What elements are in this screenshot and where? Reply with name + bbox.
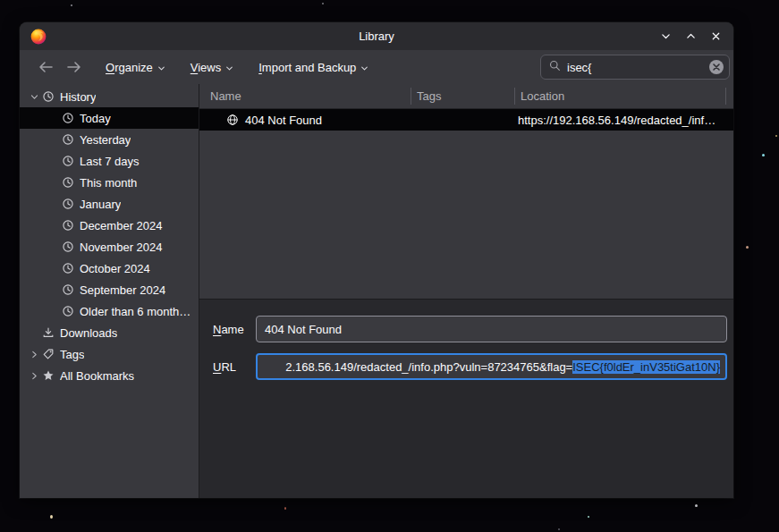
star (322, 3, 324, 4)
clock-icon (61, 112, 75, 124)
sidebar-item-october-2024[interactable]: October 2024 (20, 258, 199, 279)
column-header-location[interactable]: Location (515, 88, 726, 105)
chevron-right-icon[interactable] (27, 350, 41, 359)
column-header-name[interactable]: Name (199, 88, 411, 105)
search-box[interactable]: isec{ (540, 55, 730, 80)
sidebar-item-all-bookmarks[interactable]: All Bookmarks (20, 365, 199, 386)
chevron-right-icon[interactable] (27, 371, 41, 381)
clock-icon (61, 133, 75, 146)
sidebar-item-label: Tags (60, 348, 84, 361)
clear-search-button[interactable] (709, 60, 724, 74)
column-header-stub[interactable] (726, 88, 733, 105)
star (558, 528, 560, 530)
name-field[interactable]: 404 Not Found (256, 316, 727, 342)
library-window: Library OrganizeViewsImport and Backup (20, 22, 733, 498)
sidebar-item-label: Yesterday (80, 133, 131, 147)
url-field-row: URL 2.168.56.149/redacted_/info.php?vuln… (213, 353, 727, 380)
menu-bar: OrganizeViewsImport and Backup (89, 55, 377, 80)
star (695, 504, 698, 507)
sidebar-item-older-than-6-month[interactable]: Older than 6 month… (20, 300, 199, 322)
details-pane: Name 404 Not Found URL 2.168.56.149/reda… (199, 299, 733, 498)
url-field[interactable]: 2.168.56.149/redacted_/info.php?vuln=872… (256, 353, 727, 380)
sidebar-item-label: November 2024 (80, 241, 163, 254)
back-button[interactable] (32, 55, 59, 80)
name-field-label: Name (213, 323, 256, 336)
clock-icon (41, 90, 55, 103)
url-field-value: 2.168.56.149/redacted_/info.php?vuln=872… (285, 360, 572, 374)
sidebar-item-this-month[interactable]: This month (20, 172, 199, 193)
sidebar: HistoryTodayYesterdayLast 7 daysThis mon… (20, 84, 199, 498)
close-button[interactable] (708, 30, 723, 44)
star (762, 154, 765, 156)
menu-views[interactable]: Views (182, 55, 242, 80)
clock-icon (61, 262, 75, 274)
menu-label: Views (191, 61, 221, 74)
list-header: NameTagsLocation (199, 84, 733, 109)
clock-icon (61, 219, 75, 232)
clock-icon (61, 241, 75, 253)
chevron-down-icon[interactable] (27, 92, 41, 102)
search-input[interactable]: isec{ (567, 61, 703, 74)
url-field-selection: ISEC{f0ldEr_inV35tiGat10N} (572, 360, 720, 374)
sidebar-item-label: October 2024 (80, 262, 150, 275)
url-field-label: URL (213, 360, 256, 374)
column-header-tags[interactable]: Tags (411, 88, 515, 105)
content: HistoryTodayYesterdayLast 7 daysThis mon… (20, 84, 733, 498)
sidebar-item-label: September 2024 (80, 283, 165, 297)
sidebar-item-today[interactable]: Today (20, 107, 199, 129)
star-icon (41, 369, 55, 382)
list-row-404-not-found[interactable]: 404 Not Foundhttps://192.168.56.149/reda… (199, 109, 733, 131)
star (284, 507, 286, 510)
sidebar-item-label: History (60, 90, 96, 104)
maximize-button[interactable] (683, 30, 698, 44)
sidebar-item-december-2024[interactable]: December 2024 (20, 215, 199, 236)
minimize-button[interactable] (658, 30, 673, 44)
sidebar-item-label: Downloads (60, 326, 117, 340)
window-controls (658, 30, 723, 44)
menu-label: Import and Backup (258, 61, 356, 74)
star (588, 516, 589, 518)
sidebar-item-label: This month (80, 176, 137, 190)
sidebar-item-downloads[interactable]: Downloads (20, 322, 199, 343)
download-icon (41, 326, 55, 339)
sidebar-item-label: Today (80, 112, 111, 125)
sidebar-item-november-2024[interactable]: November 2024 (20, 236, 199, 258)
sidebar-item-label: All Bookmarks (60, 369, 134, 383)
clock-icon (61, 305, 75, 317)
star (50, 515, 53, 519)
firefox-icon (30, 29, 47, 45)
menu-label: Organize (106, 61, 153, 74)
sidebar-item-yesterday[interactable]: Yesterday (20, 129, 199, 150)
star (775, 135, 777, 137)
menu-organize[interactable]: Organize (97, 55, 174, 80)
name-field-row: Name 404 Not Found (213, 316, 727, 342)
sidebar-item-history[interactable]: History (20, 86, 199, 107)
sidebar-item-label: December 2024 (80, 219, 163, 232)
row-name: 404 Not Found (245, 114, 322, 127)
clock-icon (61, 155, 75, 167)
sidebar-item-september-2024[interactable]: September 2024 (20, 279, 199, 300)
chevron-down-icon (225, 62, 233, 75)
star (746, 246, 749, 249)
row-location: https://192.168.56.149/redacted_/inf… (515, 114, 733, 127)
star (71, 4, 72, 6)
tag-icon (41, 348, 55, 360)
sidebar-item-label: Older than 6 month… (80, 305, 191, 318)
clock-icon (61, 283, 75, 296)
window-title: Library (20, 30, 733, 43)
sidebar-item-tags[interactable]: Tags (20, 343, 199, 365)
sidebar-item-label: Last 7 days (80, 155, 140, 168)
menu-import-and-backup[interactable]: Import and Backup (250, 55, 377, 80)
chevron-down-icon (157, 62, 165, 75)
forward-button[interactable] (61, 55, 88, 80)
name-field-value: 404 Not Found (265, 323, 342, 336)
chevron-down-icon (360, 62, 368, 75)
main-pane: NameTagsLocation 404 Not Foundhttps://19… (199, 84, 733, 498)
clock-icon (61, 176, 75, 189)
sidebar-item-january[interactable]: January (20, 193, 199, 215)
list-body: 404 Not Foundhttps://192.168.56.149/reda… (199, 109, 733, 299)
sidebar-item-last-7-days[interactable]: Last 7 days (20, 150, 199, 172)
clock-icon (61, 198, 75, 210)
titlebar[interactable]: Library (20, 22, 733, 50)
toolbar: OrganizeViewsImport and Backup isec{ (20, 50, 733, 84)
